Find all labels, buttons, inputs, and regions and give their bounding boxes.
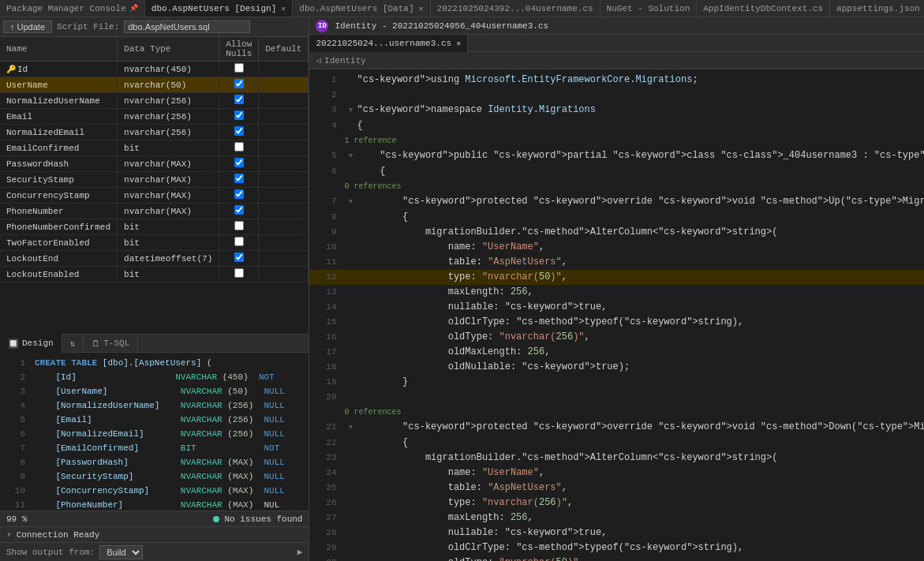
sql-line: 1CREATE TABLE [dbo].[AspNetUsers] ( — [0, 356, 309, 370]
allownulls-checkbox[interactable] — [234, 252, 244, 262]
line-number: 3 — [312, 103, 336, 118]
col-allownulls: Allow Nulls — [219, 37, 259, 62]
tab-design[interactable]: dbo.AspNetUsers [Design] ✕ — [145, 0, 293, 17]
collapse-icon[interactable]: ▼ — [349, 149, 353, 164]
rp-tab-close-icon[interactable]: ✕ — [456, 39, 461, 48]
nav-back-icon[interactable]: ◁ — [316, 55, 321, 65]
code-line: 14 nullable: "cs-keyword">true, — [309, 300, 924, 315]
cell-datatype: nvarchar(MAX) — [118, 204, 219, 219]
top-tab-bar: Package Manager Console 📌 dbo.AspNetUser… — [0, 0, 924, 17]
code-line: 12 type: "nvarchar(50)", — [309, 270, 924, 285]
tsql-label: T-SQL — [103, 338, 129, 348]
code-line: 1"cs-keyword">using Microsoft.EntityFram… — [309, 73, 924, 88]
allownulls-checkbox[interactable] — [234, 221, 244, 230]
allownulls-checkbox[interactable] — [234, 205, 244, 215]
connection-status: Connection Ready — [17, 530, 100, 540]
tab-arrows[interactable]: ⇅ — [62, 334, 84, 353]
line-number: 6 — [6, 427, 25, 441]
tab-data[interactable]: dbo.AspNetUsers [Data] ✕ — [293, 0, 430, 17]
column-name: EmailConfirmed — [6, 144, 79, 153]
output-select[interactable]: Build — [99, 545, 143, 559]
line-number: 2 — [6, 370, 25, 384]
tab-appidentity[interactable]: AppIdentityDbContext.cs — [697, 0, 830, 17]
tab-nuget[interactable]: NuGet - Solution — [600, 0, 698, 17]
close-icon[interactable]: ✕ — [281, 4, 286, 13]
table-row: EmailConfirmedbit — [0, 140, 309, 156]
script-file-input[interactable] — [124, 21, 250, 33]
cell-allownulls — [219, 235, 259, 251]
script-label: Script File: — [57, 22, 119, 32]
conn-dot — [213, 516, 219, 522]
close-icon[interactable]: ✕ — [419, 4, 424, 13]
line-number: 15 — [312, 315, 336, 330]
column-name: NormalizedEmail — [6, 128, 84, 137]
line-number: 1 — [6, 356, 25, 370]
code-text: { — [357, 118, 924, 133]
collapse-icon[interactable]: ▼ — [349, 103, 353, 118]
tab-package-manager[interactable]: Package Manager Console 📌 — [0, 0, 145, 17]
allownulls-checkbox[interactable] — [234, 63, 244, 73]
code-text: "cs-keyword">protected "cs-keyword">over… — [357, 194, 924, 209]
tab-tsql[interactable]: 🗒 T-SQL — [84, 334, 138, 353]
cell-allownulls — [219, 251, 259, 267]
rp-tab-migration[interactable]: 20221025024...username3.cs ✕ — [309, 35, 468, 52]
cell-name: Email — [0, 109, 118, 125]
allownulls-checkbox[interactable] — [234, 110, 244, 120]
update-button[interactable]: ↑ Update — [3, 21, 52, 33]
collapse-icon[interactable]: ▼ — [349, 421, 353, 436]
cell-datatype: bit — [118, 140, 219, 156]
line-number: 10 — [6, 484, 25, 498]
cell-allownulls — [219, 267, 259, 282]
allownulls-checkbox[interactable] — [234, 189, 244, 199]
allownulls-checkbox[interactable] — [234, 237, 244, 246]
collapse-gutter[interactable]: ▼ — [344, 421, 357, 436]
tab-design-bottom[interactable]: 🔲 Design — [0, 334, 62, 353]
code-line: 22 { — [309, 436, 924, 451]
code-line: 6 { — [309, 164, 924, 179]
status-issues: No issues found — [224, 514, 302, 524]
tab-migration1[interactable]: 20221025024392...04username.cs — [431, 0, 600, 17]
column-name: PasswordHash — [6, 159, 69, 169]
column-name: TwoFactorEnabled — [6, 238, 90, 248]
line-number: 14 — [312, 300, 336, 315]
line-number: 23 — [312, 451, 336, 466]
output-arrow-icon[interactable]: ▶ — [297, 547, 303, 557]
allownulls-checkbox[interactable] — [234, 126, 244, 136]
collapse-icon[interactable]: ▼ — [349, 195, 353, 210]
tab-appsettings[interactable]: appsettings.json — [830, 0, 924, 17]
bottom-tabs: 🔲 Design ⇅ 🗒 T-SQL — [0, 334, 309, 353]
code-line: 23 migrationBuilder."cs-method">AlterCol… — [309, 451, 924, 466]
allownulls-checkbox[interactable] — [234, 95, 244, 104]
collapse-gutter[interactable]: ▼ — [344, 195, 357, 210]
line-number: 9 — [312, 225, 336, 240]
cell-datatype: nvarchar(450) — [118, 62, 219, 77]
column-name: Id — [17, 65, 28, 74]
sql-line: 5 [Email] NVARCHAR (256) NULL — [0, 413, 309, 427]
allownulls-checkbox[interactable] — [234, 268, 244, 278]
allownulls-checkbox[interactable] — [234, 79, 244, 88]
code-text: migrationBuilder."cs-method">AlterColumn… — [357, 451, 924, 466]
sql-line: 8 [PasswordHash] NVARCHAR (MAX) NULL — [0, 455, 309, 469]
code-text: oldType: "nvarchar(256)", — [357, 330, 924, 345]
pk-icon: 🔑 — [6, 65, 16, 74]
code-text: oldNullable: "cs-keyword">true); — [357, 360, 924, 375]
sql-line: 3 [UserName] NVARCHAR (50) NULL — [0, 384, 309, 398]
allownulls-checkbox[interactable] — [234, 158, 244, 167]
zoom-level: 99 % — [6, 514, 27, 524]
main-layout: ↑ Update Script File: Name Data Type All… — [0, 17, 924, 561]
cell-allownulls — [219, 219, 259, 235]
line-number: 7 — [6, 441, 25, 455]
code-line: 9 migrationBuilder."cs-method">AlterColu… — [309, 225, 924, 240]
code-line: 25 table: "AspNetUsers", — [309, 481, 924, 496]
sql-content: [NormalizedEmail] NVARCHAR (256) NULL — [35, 427, 285, 441]
allownulls-checkbox[interactable] — [234, 142, 244, 151]
collapse-gutter[interactable]: ▼ — [344, 149, 357, 164]
cell-name: EmailConfirmed — [0, 140, 118, 156]
collapse-gutter[interactable]: ▼ — [344, 103, 357, 118]
line-number: 11 — [6, 498, 25, 511]
cell-datatype: nvarchar(50) — [118, 77, 219, 93]
line-number: 8 — [6, 455, 25, 469]
line-number: 4 — [6, 398, 25, 413]
line-number: 18 — [312, 360, 336, 375]
allownulls-checkbox[interactable] — [234, 174, 244, 183]
